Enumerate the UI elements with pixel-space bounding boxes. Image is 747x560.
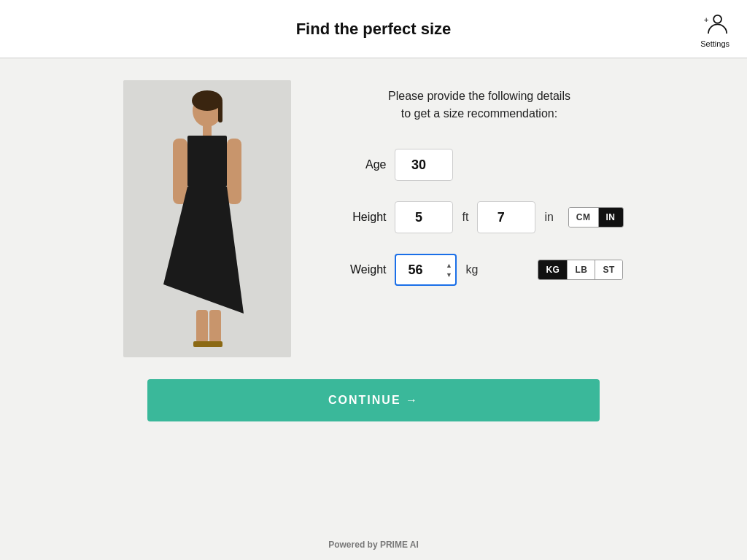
weight-unit-st-button[interactable]: ST — [595, 260, 622, 279]
page-title: Find the perfect size — [296, 20, 452, 39]
weight-label: Weight — [335, 263, 386, 276]
svg-rect-9 — [227, 139, 241, 204]
weight-input-wrapper: ▲ ▼ — [395, 254, 457, 286]
weight-unit-toggle: KG LB ST — [538, 260, 622, 280]
footer-brand: PRIME AI — [380, 540, 419, 550]
svg-text:+: + — [704, 14, 709, 23]
main-content: Please provide the following details to … — [0, 58, 747, 529]
height-in-unit: in — [544, 211, 553, 224]
age-label: Age — [335, 158, 386, 171]
height-label: Height — [335, 211, 386, 224]
weight-stepper[interactable]: ▲ ▼ — [444, 261, 454, 279]
age-row: Age — [335, 149, 623, 181]
settings-icon: + — [702, 10, 728, 36]
continue-section: CONTINUE → — [147, 379, 600, 421]
weight-unit-lb-button[interactable]: LB — [567, 260, 595, 279]
svg-rect-7 — [187, 136, 227, 187]
weight-unit-kg-button[interactable]: KG — [538, 260, 567, 279]
svg-rect-14 — [206, 341, 222, 347]
svg-point-15 — [192, 90, 222, 111]
svg-point-1 — [713, 15, 721, 23]
weight-row: Weight ▲ ▼ kg KG LB ST — [335, 254, 623, 286]
footer: Powered by PRIME AI — [0, 529, 747, 560]
right-panel: Please provide the following details to … — [335, 80, 623, 286]
content-row: Please provide the following details to … — [82, 80, 665, 357]
footer-text: Powered by — [328, 540, 380, 550]
svg-rect-4 — [203, 124, 212, 136]
settings-label: Settings — [700, 39, 729, 47]
continue-button[interactable]: CONTINUE → — [147, 379, 600, 421]
height-unit-in-button[interactable]: IN — [598, 208, 623, 227]
height-in-input[interactable] — [477, 201, 535, 233]
age-input[interactable] — [395, 149, 453, 181]
height-unit-toggle: CM IN — [568, 207, 624, 228]
settings-button[interactable]: + Settings — [700, 10, 729, 47]
height-ft-input[interactable] — [395, 201, 453, 233]
svg-rect-16 — [218, 101, 222, 122]
height-ft-unit: ft — [462, 211, 468, 224]
height-unit-cm-button[interactable]: CM — [569, 208, 598, 227]
weight-up-arrow[interactable]: ▲ — [444, 261, 454, 270]
svg-rect-12 — [209, 310, 221, 343]
header: Find the perfect size + Settings — [0, 0, 747, 58]
height-row: Height ft in CM IN — [335, 201, 623, 233]
weight-down-arrow[interactable]: ▼ — [444, 271, 454, 279]
svg-rect-11 — [196, 310, 208, 343]
weight-unit: kg — [465, 263, 478, 276]
dress-figure-svg — [123, 80, 291, 357]
instruction-text: Please provide the following details to … — [335, 88, 623, 122]
svg-rect-8 — [173, 139, 187, 204]
dress-image — [123, 80, 291, 357]
